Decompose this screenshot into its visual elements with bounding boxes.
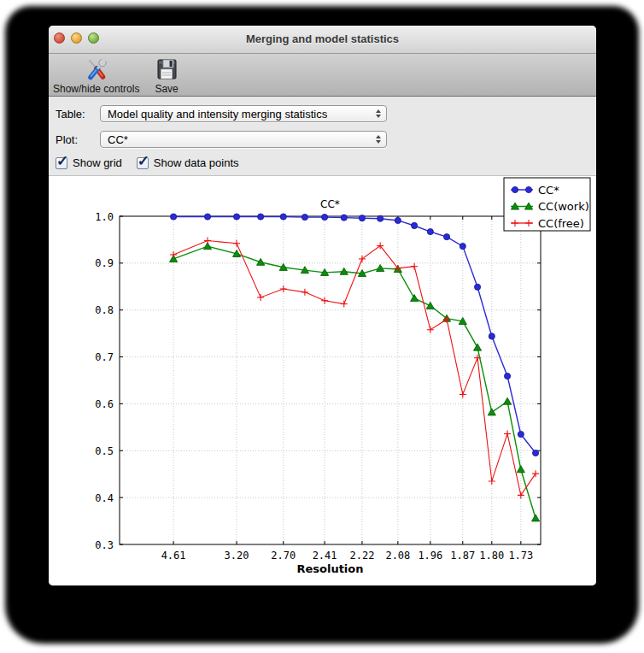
checkbox-box: ✓ — [137, 157, 149, 169]
svg-text:0.6: 0.6 — [95, 398, 114, 410]
svg-text:2.41: 2.41 — [313, 550, 337, 562]
show-hide-controls-button[interactable]: Show/hide controls — [50, 56, 142, 95]
titlebar: Merging and model statistics — [49, 26, 596, 54]
svg-text:1.87: 1.87 — [450, 550, 475, 562]
zoom-button[interactable] — [88, 32, 99, 44]
svg-text:1.96: 1.96 — [418, 550, 442, 562]
svg-text:CC(work): CC(work) — [538, 200, 589, 213]
svg-text:2.70: 2.70 — [271, 550, 296, 562]
tools-icon — [84, 56, 109, 83]
plot-panel: 1.00.90.80.70.60.50.40.34.613.202.702.41… — [49, 176, 596, 585]
table-label: Table: — [56, 108, 100, 121]
svg-text:CC*: CC* — [538, 184, 559, 197]
plot-label: Plot: — [56, 133, 100, 146]
window-title: Merging and model statistics — [49, 26, 596, 53]
svg-text:CC*: CC* — [320, 198, 340, 210]
svg-text:2.22: 2.22 — [350, 550, 375, 562]
app-window: Merging and model statistics Show/hide c… — [49, 26, 596, 585]
plot-select-value: CC* — [108, 133, 374, 146]
svg-text:1.73: 1.73 — [508, 550, 533, 562]
svg-text:2.08: 2.08 — [385, 550, 410, 562]
show-data-points-checkbox[interactable]: ✓ Show data points — [137, 156, 239, 169]
svg-text:0.8: 0.8 — [95, 304, 114, 316]
svg-text:0.7: 0.7 — [95, 351, 114, 363]
svg-text:4.61: 4.61 — [161, 550, 186, 562]
svg-text:1.0: 1.0 — [95, 211, 114, 223]
checkbox-box: ✓ — [56, 157, 67, 169]
plot-select[interactable]: CC* — [100, 131, 387, 148]
toolbar-item-label: Show/hide controls — [53, 83, 139, 95]
table-select-value: Model quality and intensity merging stat… — [108, 108, 374, 121]
minimize-button[interactable] — [71, 32, 82, 44]
svg-text:0.5: 0.5 — [95, 445, 114, 457]
chart-canvas: 1.00.90.80.70.60.50.40.34.613.202.702.41… — [49, 176, 596, 585]
stepper-arrows-icon — [374, 109, 383, 118]
traffic-lights — [54, 32, 99, 44]
checkbox-label: Show data points — [154, 156, 239, 169]
svg-text:3.20: 3.20 — [225, 550, 249, 562]
close-button[interactable] — [54, 32, 65, 44]
toolbar: Show/hide controls Save — [49, 54, 596, 97]
svg-text:CC(free): CC(free) — [538, 217, 584, 230]
svg-text:0.3: 0.3 — [95, 539, 114, 551]
svg-text:1.80: 1.80 — [479, 550, 504, 562]
svg-text:Resolution: Resolution — [296, 562, 363, 575]
stepper-arrows-icon — [374, 135, 383, 144]
save-icon — [155, 56, 178, 83]
controls-panel: Table: Model quality and intensity mergi… — [49, 97, 596, 176]
show-grid-checkbox[interactable]: ✓ Show grid — [56, 156, 122, 169]
save-button[interactable]: Save — [152, 56, 180, 95]
svg-text:0.9: 0.9 — [95, 257, 114, 269]
table-select[interactable]: Model quality and intensity merging stat… — [100, 105, 387, 122]
toolbar-item-label: Save — [155, 83, 178, 95]
checkbox-label: Show grid — [73, 156, 122, 169]
check-icon: ✓ — [56, 152, 68, 170]
svg-text:0.4: 0.4 — [95, 492, 114, 504]
check-icon: ✓ — [138, 152, 149, 170]
